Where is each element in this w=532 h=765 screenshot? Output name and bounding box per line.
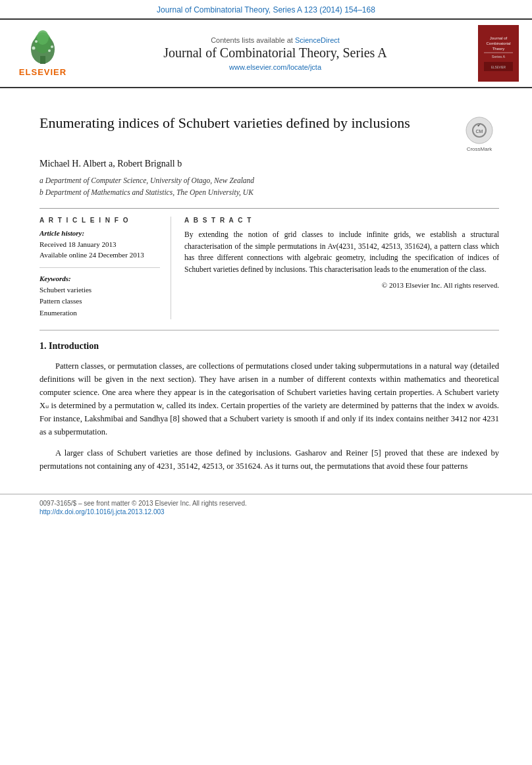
top-citation: Journal of Combinatorial Theory, Series … — [0, 0, 532, 18]
keywords-section: Keywords: Schubert varieties Pattern cla… — [40, 275, 160, 319]
section-divider — [40, 330, 499, 330]
svg-point-6 — [35, 40, 38, 43]
svg-point-3 — [37, 30, 49, 45]
svg-text:Theory: Theory — [492, 47, 505, 51]
footer-doi-link[interactable]: http://dx.doi.org/10.1016/j.jcta.2013.12… — [40, 508, 492, 515]
journal-cover-inner: Journal of Combinatorial Theory Series A… — [481, 28, 516, 79]
abstract-section: A B S T R A C T By extending the notion … — [171, 217, 499, 319]
article-title-section: Enumerating indices of Schubert varietie… — [40, 113, 499, 152]
keyword-2: Pattern classes — [40, 296, 160, 307]
svg-text:Series A: Series A — [492, 55, 506, 59]
svg-point-7 — [48, 49, 51, 52]
introduction-heading: 1. Introduction — [40, 341, 499, 352]
journal-cover-image: Journal of Combinatorial Theory Series A… — [478, 25, 519, 82]
journal-url[interactable]: www.elsevier.com/locate/jcta — [80, 63, 470, 71]
affiliation-a: a Department of Computer Science, Univer… — [40, 174, 499, 186]
journal-title-header: Journal of Combinatorial Theory, Series … — [80, 44, 470, 61]
sciencedirect-line: Contents lists available at ScienceDirec… — [80, 36, 470, 44]
affiliation-b: b Department of Mathematics and Statisti… — [40, 186, 499, 198]
svg-text:Journal of: Journal of — [490, 36, 508, 40]
keywords-label: Keywords: — [40, 275, 160, 282]
crossmark-icon: ✓ CM — [465, 116, 494, 145]
journal-center-info: Contents lists available at ScienceDirec… — [80, 25, 470, 82]
crossmark-label: CrossMark — [467, 146, 492, 152]
abstract-copyright: © 2013 Elsevier Inc. All rights reserved… — [184, 281, 499, 289]
elsevier-brand-text: ELSEVIER — [19, 67, 66, 77]
article-info-title: A R T I C L E I N F O — [40, 217, 160, 224]
affiliations: a Department of Computer Science, Univer… — [40, 174, 499, 199]
article-title: Enumerating indices of Schubert varietie… — [40, 113, 410, 133]
svg-point-5 — [51, 45, 53, 48]
footer-license: 0097-3165/$ – see front matter © 2013 El… — [40, 500, 492, 507]
available-date: Available online 24 December 2013 — [40, 250, 160, 261]
intro-heading-text: 1. Introduction — [40, 341, 99, 351]
history-label: Article history: — [40, 229, 160, 237]
article-info-column: A R T I C L E I N F O Article history: R… — [40, 217, 171, 319]
authors: Michael H. Albert a, Robert Brignall b — [40, 159, 499, 169]
svg-text:✓: ✓ — [477, 122, 482, 128]
journal-header: ELSEVIER Contents lists available at Sci… — [0, 18, 532, 88]
abstract-title: A B S T R A C T — [184, 217, 499, 224]
elsevier-tree-icon — [19, 30, 66, 66]
elsevier-logo: ELSEVIER — [13, 25, 72, 82]
svg-point-4 — [32, 47, 36, 50]
main-content: Enumerating indices of Schubert varietie… — [0, 88, 532, 494]
article-info-abstract-section: A R T I C L E I N F O Article history: R… — [40, 208, 499, 319]
intro-paragraph-2: A larger class of Schubert varieties are… — [40, 446, 499, 473]
cover-svg: Journal of Combinatorial Theory Series A… — [481, 30, 516, 76]
keyword-1: Schubert varieties — [40, 284, 160, 296]
top-citation-text: Journal of Combinatorial Theory, Series … — [157, 5, 375, 14]
crossmark-badge[interactable]: ✓ CM CrossMark — [460, 116, 499, 152]
info-divider — [40, 267, 160, 268]
abstract-text: By extending the notion of grid classes … — [184, 229, 499, 276]
keyword-3: Enumeration — [40, 307, 160, 319]
svg-text:Combinatorial: Combinatorial — [486, 41, 510, 45]
sciencedirect-link[interactable]: ScienceDirect — [295, 36, 340, 44]
received-date: Received 18 January 2013 — [40, 239, 160, 250]
contents-text: Contents lists available at — [211, 36, 293, 44]
svg-text:CM: CM — [476, 129, 483, 134]
intro-paragraph-1: Pattern classes, or permutation classes,… — [40, 359, 499, 438]
footer: 0097-3165/$ – see front matter © 2013 El… — [0, 494, 532, 521]
svg-text:ELSEVIER: ELSEVIER — [491, 66, 506, 69]
